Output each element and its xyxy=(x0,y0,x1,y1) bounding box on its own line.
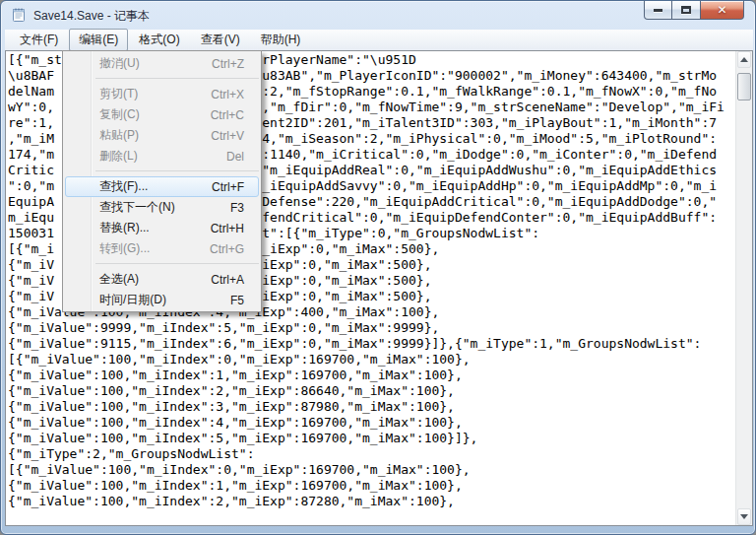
menu-item[interactable]: 全选(A) Ctrl+A xyxy=(65,269,259,290)
notepad-window: Save14.Save - 记事本 ✕ 文件(F) 编辑(E) 格式(O) xyxy=(0,0,756,535)
menubar-item-label: 编辑(E) xyxy=(79,33,118,46)
notepad-icon xyxy=(11,7,27,23)
menu-item-label: 替换(R)... xyxy=(66,220,211,236)
scroll-down-button[interactable] xyxy=(737,508,751,525)
menu-item[interactable]: 粘贴(P) Ctrl+V xyxy=(65,125,259,146)
text-line: {"m_iValue":100,"m_iIndex":5,"m_iExp":16… xyxy=(8,431,735,446)
menu-item-label: 剪切(T) xyxy=(66,86,211,102)
menu-item[interactable]: 撤消(U) Ctrl+Z xyxy=(65,53,259,74)
menu-separator xyxy=(63,259,261,269)
menu-item-label: 时间/日期(D) xyxy=(66,292,230,308)
menu-separator xyxy=(63,74,261,84)
menu-item-shortcut: Ctrl+G xyxy=(210,242,258,256)
text-line: {"m_iValue":100,"m_iIndex":3,"m_iExp":87… xyxy=(8,399,735,415)
text-line: {"m_iValue":100,"m_iIndex":4,"m_iExp":16… xyxy=(8,415,735,431)
menu-item[interactable]: 查找下一个(N) F3 xyxy=(65,197,259,218)
menu-item-label: 复制(C) xyxy=(66,106,211,123)
menu-item-label: 粘贴(P) xyxy=(66,127,211,144)
menu-item-shortcut: F3 xyxy=(230,201,258,215)
scrollbar-thumb[interactable] xyxy=(737,73,751,100)
menubar-item[interactable]: 帮助(H) xyxy=(251,29,311,51)
menubar-item-label: 格式(O) xyxy=(139,33,179,46)
menu-item-label: 查找下一个(N) xyxy=(66,199,230,216)
menu-item-label: 删除(L) xyxy=(66,148,226,165)
menu-separator xyxy=(63,167,261,176)
menu-item-shortcut: Ctrl+X xyxy=(211,88,258,101)
menu-item-shortcut: Ctrl+A xyxy=(211,273,258,287)
text-line: [{"m_iValue":100,"m_iIndex":0,"m_iExp":1… xyxy=(8,352,735,368)
menubar-item-label: 查看(V) xyxy=(201,33,240,46)
text-line: {"m_iValue":100,"m_iIndex":2,"m_iExp":86… xyxy=(8,383,735,399)
menu-item-shortcut: Ctrl+Z xyxy=(212,57,258,71)
menubar-item-label: 文件(F) xyxy=(20,33,58,46)
window-title: Save14.Save - 记事本 xyxy=(33,8,150,25)
close-icon: ✕ xyxy=(717,3,726,17)
menu-item-label: 查找(F)... xyxy=(66,178,212,195)
menu-item[interactable]: 时间/日期(D) F5 xyxy=(65,290,259,310)
text-line: {"m_iType":2,"m_GroupsNodwList": xyxy=(8,446,735,462)
menu-item[interactable]: 查找(F)... Ctrl+F xyxy=(65,176,259,197)
menu-item-shortcut: F5 xyxy=(230,294,258,307)
titlebar[interactable]: Save14.Save - 记事本 ✕ xyxy=(1,1,755,30)
text-line: {"m_iValue":9115,"m_iIndex":6,"m_iExp":0… xyxy=(8,336,735,352)
scroll-up-icon xyxy=(740,57,748,62)
menubar-item[interactable]: 文件(F) xyxy=(10,29,68,51)
menu-item[interactable]: 转到(G)... Ctrl+G xyxy=(65,238,259,259)
menu-item-shortcut: Ctrl+V xyxy=(211,129,258,143)
edit-menu-dropdown: 撤消(U) Ctrl+Z 剪切(T) Ctrl+X 复制(C) Ctrl+C 粘… xyxy=(62,50,262,312)
text-line: {"m_iValue":9999,"m_iIndex":5,"m_iExp":0… xyxy=(8,320,735,336)
text-line: {"m_iValue":100,"m_iIndex":1,"m_iExp":16… xyxy=(8,478,735,494)
close-button[interactable]: ✕ xyxy=(700,1,744,20)
menu-item[interactable]: 删除(L) Del xyxy=(65,146,259,167)
text-line: {"m_iValue":100,"m_iIndex":2,"m_iExp":87… xyxy=(8,494,735,509)
menu-item[interactable]: 剪切(T) Ctrl+X xyxy=(65,84,259,104)
scroll-down-icon xyxy=(740,514,748,519)
menubar-item[interactable]: 查看(V) xyxy=(191,29,250,51)
menu-item-label: 撤消(U) xyxy=(66,55,212,72)
window-controls: ✕ xyxy=(644,1,744,20)
menu-item[interactable]: 替换(R)... Ctrl+H xyxy=(65,218,259,238)
maximize-button[interactable] xyxy=(672,1,700,20)
menu-item[interactable]: 复制(C) Ctrl+C xyxy=(65,104,259,125)
menubar-item[interactable]: 格式(O) xyxy=(129,29,189,51)
minimize-button[interactable] xyxy=(644,1,672,20)
menu-item-shortcut: Ctrl+F xyxy=(212,180,258,194)
vertical-scrollbar[interactable] xyxy=(735,51,752,525)
menubar-item-label: 帮助(H) xyxy=(261,33,301,46)
menu-item-shortcut: Ctrl+C xyxy=(211,108,258,122)
menu-item-label: 转到(G)... xyxy=(66,240,210,257)
menu-item-shortcut: Ctrl+H xyxy=(211,222,258,235)
maximize-icon xyxy=(681,6,691,14)
text-line: {"m_iValue":100,"m_iIndex":1,"m_iExp":16… xyxy=(8,368,735,383)
menu-item-label: 全选(A) xyxy=(66,271,211,288)
minimize-icon xyxy=(654,9,662,12)
menubar: 文件(F) 编辑(E) 格式(O) 查看(V) 帮助(H) xyxy=(5,30,753,50)
client-area: 文件(F) 编辑(E) 格式(O) 查看(V) 帮助(H) xyxy=(5,30,753,526)
menu-item-shortcut: Del xyxy=(226,150,258,164)
menubar-item[interactable]: 编辑(E) xyxy=(69,29,128,51)
scroll-up-button[interactable] xyxy=(737,51,751,68)
text-line: [{"m_iValue":100,"m_iIndex":0,"m_iExp":1… xyxy=(8,462,735,478)
